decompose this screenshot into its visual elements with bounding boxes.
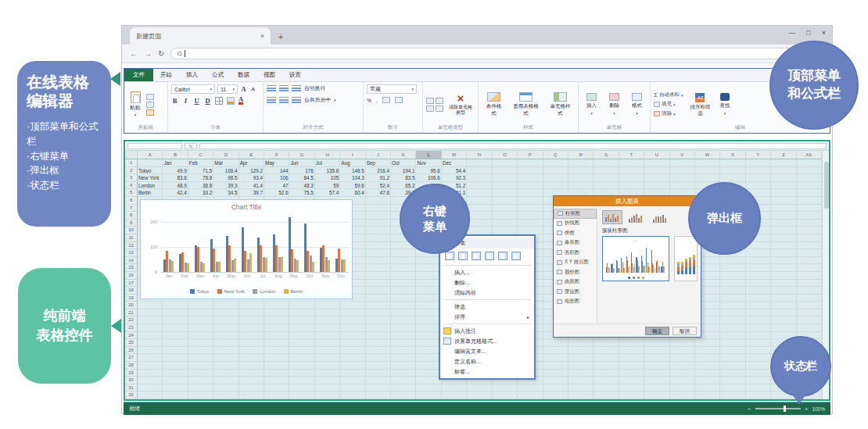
cell[interactable] [720, 324, 745, 332]
chart-type-item[interactable]: 面积图 [554, 248, 597, 258]
cell[interactable] [264, 309, 289, 317]
cell[interactable] [391, 377, 416, 384]
cell[interactable] [493, 212, 518, 220]
chart-type-item[interactable]: 柱形图 [554, 209, 597, 219]
cell[interactable]: 52.4 [366, 182, 391, 190]
cell[interactable] [644, 370, 669, 377]
cell[interactable] [264, 354, 289, 362]
cell[interactable] [771, 174, 796, 182]
cell[interactable] [619, 362, 644, 370]
cell[interactable] [594, 370, 619, 377]
cell[interactable] [695, 159, 720, 167]
cell[interactable] [163, 309, 188, 317]
cell[interactable] [797, 220, 822, 227]
cell[interactable] [264, 332, 289, 340]
back-icon[interactable]: ← [130, 49, 138, 58]
cell[interactable]: 60.4 [340, 189, 365, 197]
menu-item[interactable]: 编辑富文本... [440, 346, 534, 356]
cell[interactable] [797, 280, 822, 288]
column-header[interactable]: O [493, 151, 518, 159]
cell[interactable] [771, 212, 796, 220]
cell[interactable] [163, 384, 188, 392]
font-size-select[interactable]: 11▾ [217, 84, 238, 94]
cell[interactable] [467, 159, 492, 167]
cell[interactable] [366, 272, 391, 280]
cell[interactable] [771, 242, 796, 250]
cell[interactable] [493, 391, 518, 399]
cell[interactable] [391, 280, 416, 288]
ribbon-tab-formulas[interactable]: 公式 [205, 69, 231, 81]
cell[interactable]: 48.3 [289, 182, 314, 190]
align-right-icon[interactable] [292, 97, 301, 103]
cell[interactable]: London [138, 182, 163, 190]
cell[interactable] [644, 167, 669, 175]
cell[interactable] [315, 316, 340, 324]
cell[interactable]: 59.6 [340, 182, 365, 190]
cell[interactable] [569, 370, 594, 377]
cell[interactable] [720, 302, 745, 309]
cell[interactable]: 92.3 [442, 174, 467, 182]
row-header[interactable]: 9 [125, 220, 138, 227]
cell[interactable] [289, 370, 314, 377]
cell[interactable]: 48.9 [163, 182, 188, 190]
cell[interactable] [771, 302, 796, 309]
cell[interactable] [670, 362, 695, 370]
browser-tab[interactable]: 新建页面 × [130, 27, 271, 45]
delete-cells-button[interactable]: 删除 ▾ [607, 93, 622, 116]
column-header[interactable]: U [644, 151, 669, 159]
row-header[interactable]: 10 [125, 227, 138, 234]
cell-type-icon[interactable] [426, 105, 434, 112]
cell[interactable] [746, 384, 771, 392]
cell[interactable] [442, 391, 467, 399]
cell[interactable] [188, 316, 213, 324]
cell[interactable] [720, 159, 745, 167]
cell[interactable] [771, 227, 796, 234]
cell[interactable] [720, 295, 745, 302]
cell[interactable] [797, 302, 822, 309]
cell[interactable] [569, 159, 594, 167]
cell[interactable] [289, 309, 314, 317]
cell[interactable] [670, 377, 695, 384]
cell[interactable] [493, 384, 518, 392]
percent-style-button[interactable]: % [367, 98, 371, 103]
cell[interactable]: 78.8 [188, 174, 213, 182]
cell[interactable] [264, 391, 289, 399]
cell[interactable] [366, 227, 391, 234]
column-header[interactable]: S [594, 151, 619, 159]
cell[interactable] [264, 339, 289, 347]
cell[interactable] [213, 377, 239, 384]
row-header[interactable]: 19 [125, 295, 138, 302]
cell[interactable] [264, 384, 289, 392]
cell[interactable] [746, 316, 771, 324]
italic-button[interactable]: I [182, 97, 189, 105]
row-header[interactable]: 27 [125, 354, 138, 362]
cell[interactable] [746, 295, 771, 302]
chart-type-item[interactable]: 组合图 [554, 297, 597, 307]
cell[interactable] [315, 302, 340, 309]
cell[interactable] [366, 220, 391, 227]
cell[interactable] [771, 295, 796, 302]
cell[interactable] [543, 159, 569, 167]
menu-item[interactable]: 筛选 [440, 302, 534, 312]
cell[interactable] [391, 332, 416, 340]
cell[interactable] [366, 316, 391, 324]
cell[interactable] [138, 347, 163, 355]
cell[interactable]: 57.4 [315, 189, 340, 197]
row-header[interactable]: 23 [125, 324, 138, 332]
cell[interactable] [619, 384, 644, 392]
cell[interactable] [518, 167, 543, 175]
column-header[interactable]: M [442, 151, 467, 159]
cell[interactable] [467, 182, 492, 190]
cell[interactable] [416, 370, 441, 377]
clear-cell-type-button[interactable]: × 清除单元格类型 [447, 93, 475, 116]
cell[interactable]: 95.6 [416, 167, 441, 175]
cell[interactable] [569, 384, 594, 392]
cell[interactable] [213, 362, 239, 370]
cell[interactable] [797, 249, 822, 257]
paste-button[interactable]: 粘贴 ▾ [127, 84, 143, 124]
cell[interactable] [670, 339, 695, 347]
cell[interactable] [569, 377, 594, 384]
cell[interactable] [797, 324, 822, 332]
cell[interactable] [138, 354, 163, 362]
cell[interactable] [720, 287, 745, 295]
